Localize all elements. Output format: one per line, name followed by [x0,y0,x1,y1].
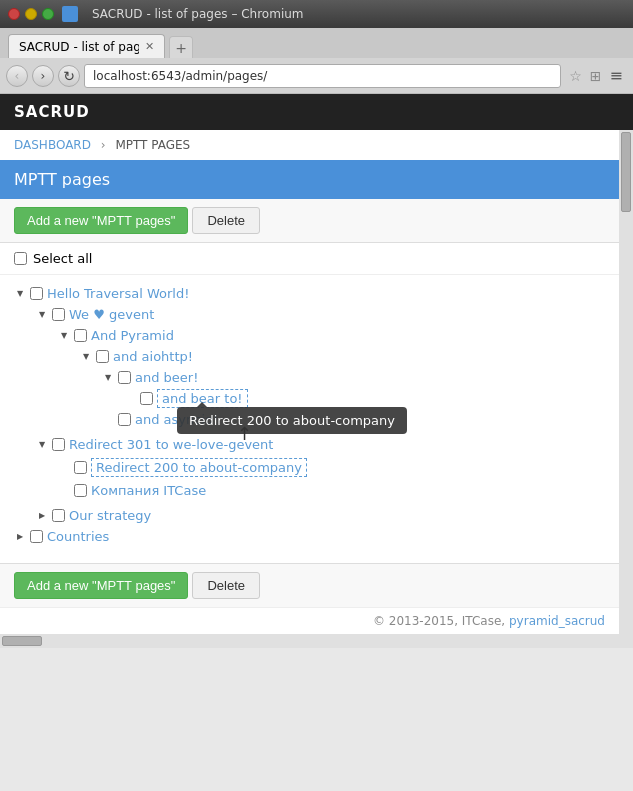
tab-close-btn[interactable]: ✕ [145,40,154,53]
checkbox-item9[interactable] [74,461,87,474]
tree-row: Hello Traversal World! [14,283,605,304]
app-header: SACRUD [0,94,633,130]
tree-item-link-item3[interactable]: And Pyramid [91,328,174,343]
toggle-arrow-item3[interactable] [58,330,70,342]
browser-tab[interactable]: SACRUD - list of pag... ✕ [8,34,165,58]
toggle-arrow-item7 [102,414,114,426]
menu-btn[interactable]: ≡ [606,66,627,85]
bottom-scrollbar[interactable] [0,634,633,648]
browser-content: DASHBOARD › MPTT PAGES MPTT pages Add a … [0,130,633,634]
checkbox-item7[interactable] [118,413,131,426]
tree-row: and beer! [102,367,605,388]
scrollbar[interactable] [619,130,633,634]
tree-row: Countries [14,526,605,547]
checkbox-item11[interactable] [52,509,65,522]
title-bar: SACRUD - list of pages – Chromium [0,0,633,28]
window-buttons [8,8,54,20]
toggle-arrow-item12[interactable] [14,531,26,543]
extensions-icon[interactable]: ⊞ [590,68,602,84]
back-btn[interactable]: ‹ [6,65,28,87]
checkbox-item2[interactable] [52,308,65,321]
delete-button-bottom[interactable]: Delete [192,572,260,599]
new-tab-icon: + [175,40,187,56]
tree-item-link-item10[interactable]: Компания ITCase [91,483,206,498]
tree-item-link-item12[interactable]: Countries [47,529,109,544]
reload-btn[interactable]: ↻ [58,65,80,87]
tree-row: and asyncio! [102,409,605,430]
checkbox-item12[interactable] [30,530,43,543]
toggle-arrow-item2[interactable] [36,309,48,321]
add-button-top[interactable]: Add a new "MPTT pages" [14,207,188,234]
checkbox-item8[interactable] [52,438,65,451]
tree-item-link-item5[interactable]: and beer! [135,370,198,385]
tree-row: and aiohttp! [80,346,605,367]
scroll-thumb[interactable] [621,132,631,212]
main-content: DASHBOARD › MPTT PAGES MPTT pages Add a … [0,130,619,634]
checkbox-item5[interactable] [118,371,131,384]
toolbar-bottom: Add a new "MPTT pages" Delete [0,563,619,607]
copyright-bar: © 2013-2015, ITCase, pyramid_sacrud [0,607,619,634]
page-title: MPTT pages [14,170,110,189]
address-bar: ‹ › ↻ localhost:6543/admin/pages/ ☆ ⊞ ≡ [0,58,633,94]
url-bar[interactable]: localhost:6543/admin/pages/ [84,64,561,88]
copyright-link[interactable]: pyramid_sacrud [509,614,605,628]
forward-btn[interactable]: › [32,65,54,87]
select-all-row: Select all [0,243,619,275]
tree-item-link-item6[interactable]: and bear to! [157,389,248,408]
checkbox-item3[interactable] [74,329,87,342]
breadcrumb-current: MPTT PAGES [115,138,190,152]
app-name: SACRUD [14,103,90,121]
toggle-arrow-item8[interactable] [36,439,48,451]
url-text: localhost:6543/admin/pages/ [93,69,267,83]
page-header: MPTT pages [0,160,619,199]
copyright-text: © 2013-2015, ITCase [373,614,501,628]
breadcrumb: DASHBOARD › MPTT PAGES [0,130,619,160]
tree-row: And Pyramid [58,325,605,346]
select-all-checkbox[interactable] [14,252,27,265]
toggle-arrow-item5[interactable] [102,372,114,384]
tab-label: SACRUD - list of pag... [19,40,139,54]
tree-item-link-item9[interactable]: Redirect 200 to about-company [91,458,307,477]
bookmark-icon[interactable]: ☆ [569,68,582,84]
tree-item-link-item8[interactable]: Redirect 301 to we-love-gevent [69,437,273,452]
maximize-window-btn[interactable] [42,8,54,20]
tooltip-container-item6: and bear to! Redirect 200 to about-compa… [157,391,248,406]
tree-item-link-item7[interactable]: and asyncio! [135,412,218,427]
bottom-scroll-thumb[interactable] [2,636,42,646]
toggle-arrow-item9 [58,462,70,474]
tree-row: Redirect 200 to about-company [58,455,605,480]
tree-row: Компания ITCase [58,480,605,501]
toggle-arrow-item10 [58,485,70,497]
window-title: SACRUD - list of pages – Chromium [92,7,304,21]
tree-item-link-item11[interactable]: Our strategy [69,508,151,523]
tree-row: and bear to! Redirect 200 to about-compa… [124,388,605,409]
breadcrumb-dashboard-link[interactable]: DASHBOARD [14,138,91,152]
close-window-btn[interactable] [8,8,20,20]
browser-icon [62,6,78,22]
checkbox-item1[interactable] [30,287,43,300]
toggle-arrow-item1[interactable] [14,288,26,300]
toolbar-top: Add a new "MPTT pages" Delete [0,199,619,243]
toggle-arrow-item6 [124,393,136,405]
tree-row: We ♥ gevent [36,304,605,325]
tab-bar: SACRUD - list of pag... ✕ + [0,28,633,58]
breadcrumb-separator: › [101,138,106,152]
tree-container: Hello Traversal World! We ♥ gevent And P… [0,275,619,555]
tree-row: Our strategy [36,505,605,526]
tree-row: Redirect 301 to we-love-gevent [36,434,605,455]
toggle-arrow-item4[interactable] [80,351,92,363]
tree-item-link-item2[interactable]: We ♥ gevent [69,307,154,322]
new-tab-btn[interactable]: + [169,36,193,58]
checkbox-item10[interactable] [74,484,87,497]
checkbox-item4[interactable] [96,350,109,363]
add-button-bottom[interactable]: Add a new "MPTT pages" [14,572,188,599]
delete-button-top[interactable]: Delete [192,207,260,234]
minimize-window-btn[interactable] [25,8,37,20]
select-all-label: Select all [33,251,92,266]
checkbox-item6[interactable] [140,392,153,405]
toggle-arrow-item11[interactable] [36,510,48,522]
tree-item-link-item4[interactable]: and aiohttp! [113,349,193,364]
tree-item-link-item1[interactable]: Hello Traversal World! [47,286,189,301]
